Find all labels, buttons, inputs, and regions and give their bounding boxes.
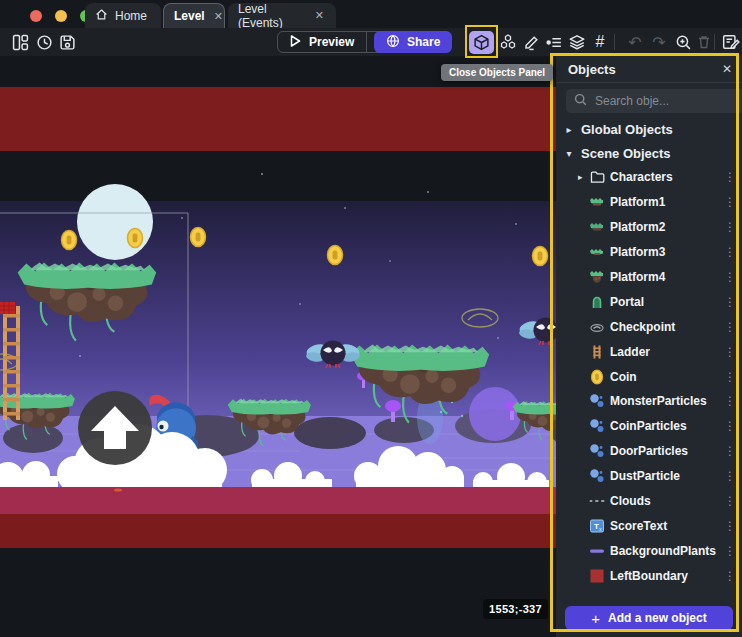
window-close-button[interactable] bbox=[30, 10, 42, 22]
save-icon[interactable] bbox=[55, 30, 79, 54]
share-button[interactable]: Share bbox=[374, 31, 452, 53]
project-manager-icon[interactable] bbox=[8, 30, 32, 54]
platform2-icon bbox=[589, 219, 605, 235]
object-menu-button[interactable]: ⋮ bbox=[718, 245, 742, 259]
object-menu-button[interactable]: ⋮ bbox=[718, 370, 742, 384]
object-menu-button[interactable]: ⋮ bbox=[718, 170, 742, 184]
object-list-item[interactable]: Ladder⋮ bbox=[556, 339, 742, 364]
home-icon bbox=[95, 8, 108, 24]
object-groups-icon[interactable] bbox=[496, 30, 520, 54]
text-icon: Tx bbox=[589, 518, 605, 534]
globe-icon bbox=[386, 34, 400, 51]
object-menu-button[interactable]: ⋮ bbox=[718, 569, 742, 583]
tab-level[interactable]: Level ✕ bbox=[163, 3, 225, 28]
section-scene-objects[interactable]: ▾ Scene Objects bbox=[556, 141, 742, 165]
plus-icon: + bbox=[591, 611, 600, 626]
object-label: MonsterParticles bbox=[610, 394, 718, 408]
object-list-item[interactable]: Checkpoint⋮ bbox=[556, 314, 742, 339]
tooltip: Close Objects Panel bbox=[441, 64, 553, 81]
tab-level-events[interactable]: Level (Events) ✕ bbox=[228, 3, 336, 28]
object-list-item[interactable]: Platform1⋮ bbox=[556, 190, 742, 215]
platform1-icon bbox=[589, 194, 605, 210]
cursor-coordinates: 1553;-337 bbox=[483, 599, 548, 619]
object-list-item[interactable]: DoorParticles⋮ bbox=[556, 439, 742, 464]
object-list-item[interactable]: Platform3⋮ bbox=[556, 240, 742, 265]
object-label: DoorParticles bbox=[610, 444, 718, 458]
particles-icon bbox=[589, 468, 605, 484]
object-menu-button[interactable]: ⋮ bbox=[718, 320, 742, 334]
expand-arrow-icon[interactable]: ▸ bbox=[578, 172, 589, 182]
object-list-item[interactable]: Platform4⋮ bbox=[556, 265, 742, 290]
red-square-icon bbox=[589, 568, 605, 584]
share-label: Share bbox=[407, 35, 440, 49]
add-object-button[interactable]: + Add a new object bbox=[565, 606, 733, 630]
close-panel-icon[interactable]: ✕ bbox=[722, 62, 732, 76]
object-list-item[interactable]: CoinParticles⋮ bbox=[556, 414, 742, 439]
object-list-item[interactable]: Coin⋮ bbox=[556, 364, 742, 389]
portal-icon bbox=[589, 294, 605, 310]
object-label: Platform1 bbox=[610, 195, 718, 209]
properties-icon[interactable] bbox=[542, 30, 566, 54]
object-menu-button[interactable]: ⋮ bbox=[718, 494, 742, 508]
coin-icon bbox=[589, 369, 605, 385]
object-label: Platform4 bbox=[610, 270, 718, 284]
delete-icon[interactable] bbox=[692, 30, 716, 54]
object-menu-button[interactable]: ⋮ bbox=[718, 220, 742, 234]
objects-panel-icon[interactable] bbox=[469, 31, 494, 54]
object-label: Checkpoint bbox=[610, 320, 718, 334]
object-list-item[interactable]: MonsterParticles⋮ bbox=[556, 389, 742, 414]
object-menu-button[interactable]: ⋮ bbox=[718, 519, 742, 533]
object-list-item[interactable]: BackgroundPlants⋮ bbox=[556, 538, 742, 563]
close-tab-icon[interactable]: ✕ bbox=[212, 10, 225, 23]
object-menu-button[interactable]: ⋮ bbox=[718, 345, 742, 359]
dashes-icon bbox=[589, 493, 605, 509]
object-list-item[interactable]: LeftBoundary⋮ bbox=[556, 563, 742, 588]
redo-icon[interactable]: ↷ bbox=[647, 30, 671, 54]
edit-pencil-icon[interactable] bbox=[519, 30, 543, 54]
object-list-item[interactable]: Platform2⋮ bbox=[556, 215, 742, 240]
objects-panel: Objects ✕ ▸ Global Objects ▾ Scene Objec… bbox=[556, 56, 742, 637]
play-icon bbox=[290, 35, 301, 50]
layers-icon[interactable] bbox=[565, 30, 589, 54]
touch-up-button[interactable] bbox=[78, 391, 152, 465]
object-label: Clouds bbox=[610, 494, 718, 508]
panel-title: Objects bbox=[568, 62, 616, 77]
tab-bar: Home Level ✕ Level (Events) ✕ bbox=[0, 0, 742, 28]
object-label: BackgroundPlants bbox=[610, 544, 718, 558]
object-menu-button[interactable]: ⋮ bbox=[718, 419, 742, 433]
object-label: Platform3 bbox=[610, 245, 718, 259]
object-label: DustParticle bbox=[610, 469, 718, 483]
object-menu-button[interactable]: ⋮ bbox=[718, 295, 742, 309]
history-icon[interactable] bbox=[32, 30, 56, 54]
object-label: LeftBoundary bbox=[610, 569, 718, 583]
object-menu-button[interactable]: ⋮ bbox=[718, 444, 742, 458]
object-menu-button[interactable]: ⋮ bbox=[718, 469, 742, 483]
object-menu-button[interactable]: ⋮ bbox=[718, 394, 742, 408]
object-menu-button[interactable]: ⋮ bbox=[718, 270, 742, 284]
close-tab-icon[interactable]: ✕ bbox=[313, 9, 326, 22]
object-menu-button[interactable]: ⋮ bbox=[718, 544, 742, 558]
object-list-item[interactable]: Clouds⋮ bbox=[556, 489, 742, 514]
particles-icon bbox=[589, 443, 605, 459]
object-list-item[interactable]: Portal⋮ bbox=[556, 289, 742, 314]
search-input[interactable] bbox=[593, 93, 742, 109]
window-minimize-button[interactable] bbox=[55, 10, 67, 22]
object-menu-button[interactable]: ⋮ bbox=[718, 195, 742, 209]
object-label: Ladder bbox=[610, 345, 718, 359]
edit-scene-notes-icon[interactable] bbox=[719, 30, 742, 54]
grid-icon[interactable]: # bbox=[588, 30, 612, 54]
object-list-item[interactable]: ▸Characters⋮ bbox=[556, 165, 742, 190]
object-list-item[interactable]: DustParticle⋮ bbox=[556, 464, 742, 489]
preview-label: Preview bbox=[309, 35, 354, 49]
tab-label: Level bbox=[174, 9, 205, 23]
object-label: Coin bbox=[610, 370, 718, 384]
folder-icon bbox=[589, 169, 605, 185]
tab-home[interactable]: Home bbox=[85, 3, 161, 28]
object-label: Platform2 bbox=[610, 220, 718, 234]
object-search-box[interactable] bbox=[566, 89, 742, 113]
section-global-objects[interactable]: ▸ Global Objects bbox=[556, 117, 742, 141]
undo-icon[interactable]: ↶ bbox=[623, 30, 647, 54]
object-label: CoinParticles bbox=[610, 419, 718, 433]
moon[interactable] bbox=[77, 184, 153, 260]
object-list-item[interactable]: TxScoreText⋮ bbox=[556, 513, 742, 538]
